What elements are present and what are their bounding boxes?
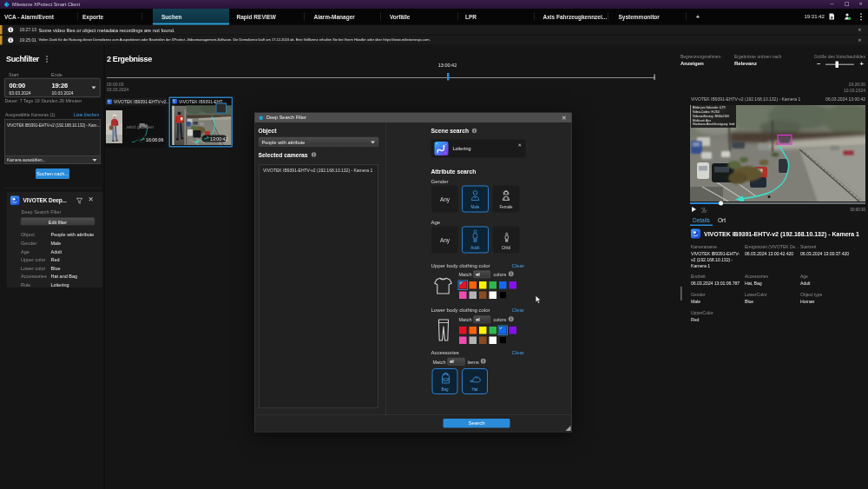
adult-icon	[472, 230, 478, 243]
video-preview[interactable]: Bilder pro Sekunde: 0,79 Video-Codec: H.…	[690, 105, 865, 202]
lower-match-dropdown[interactable]: all	[474, 316, 491, 324]
panel-close-icon[interactable]: ✕	[89, 195, 94, 203]
color-swatch-white[interactable]	[490, 337, 497, 345]
details-scrollbar[interactable]	[681, 287, 682, 301]
object-label: Object	[259, 128, 277, 135]
result-card-selected[interactable]: VIVOTEK IB9391-EHT...	[169, 97, 233, 148]
video-progress-knob[interactable]	[719, 202, 723, 206]
result-card[interactable]: VIVOTEK IB9391-EHTV-v2... ..wird geladen	[105, 98, 166, 148]
minimize-button[interactable]: —	[826, 1, 838, 7]
color-swatch-red-selected[interactable]	[459, 281, 467, 289]
color-swatch-orange[interactable]	[470, 281, 477, 289]
gender-female-card[interactable]: Female	[493, 186, 520, 213]
filter-funnel-icon[interactable]	[76, 198, 82, 204]
search-for-button[interactable]: Suchen nach...	[36, 169, 69, 179]
color-swatch-pink[interactable]	[459, 337, 467, 345]
timeline-bar[interactable]	[107, 77, 655, 78]
color-swatch-brown[interactable]	[479, 292, 487, 300]
camera-list-item[interactable]: VIVOTEK IB9391-EHTV-v2 (192.168.10.132) …	[7, 123, 100, 129]
tab-exporte[interactable]: Exporte	[82, 9, 103, 25]
edit-filter-button[interactable]: Edit filter	[21, 218, 95, 226]
gender-any-card[interactable]: Any	[431, 186, 458, 213]
color-swatch-orange[interactable]	[470, 327, 477, 334]
tab-details[interactable]: Details	[693, 217, 710, 224]
color-swatch-black[interactable]	[499, 337, 507, 345]
play-button-icon[interactable]	[692, 207, 696, 212]
accessory-hat-card[interactable]: Hat	[462, 368, 488, 394]
accessories-match-dropdown[interactable]: all	[448, 358, 465, 366]
dialog-camera-item[interactable]: VIVOTEK IB9391-EHTV-v2 (192.168.10.132) …	[263, 169, 372, 174]
search-button[interactable]: Search	[444, 419, 510, 428]
divider	[4, 188, 102, 188]
clear-list-link[interactable]: Liste löschen	[74, 112, 99, 117]
tab-axis-fahrzeugkennzeichen[interactable]: Axis Fahrzeugkennzei...	[543, 9, 608, 25]
camera-icon	[691, 229, 700, 239]
video-overlay-stats: Bilder pro Sekunde: 0,79 Video-Codec: H.…	[691, 105, 736, 128]
tab-suchen[interactable]: Suchen	[153, 9, 229, 25]
slider-handle[interactable]	[836, 62, 839, 69]
color-swatch-white[interactable]	[490, 292, 497, 300]
upper-match-dropdown[interactable]: all	[474, 271, 491, 279]
color-swatch-red[interactable]	[459, 327, 467, 334]
sidebar-menu-kebab-icon[interactable]	[46, 56, 48, 63]
object-dropdown[interactable]: People with attribute	[259, 137, 378, 147]
color-swatch-pink[interactable]	[459, 292, 467, 300]
color-swatch-yellow[interactable]	[479, 327, 487, 334]
menu-kebab-icon[interactable]	[860, 13, 863, 22]
dialog-close-icon[interactable]: ✕	[562, 115, 566, 122]
maximize-button[interactable]	[841, 1, 852, 7]
tab-lpr[interactable]: LPR	[465, 9, 477, 25]
accessories-clear-link[interactable]: Clear	[512, 350, 524, 356]
color-swatch-blue[interactable]	[499, 281, 507, 289]
lower-clear-link[interactable]: Clear	[512, 307, 524, 314]
color-swatch-gray[interactable]	[470, 337, 477, 345]
export-status-icon[interactable]	[828, 13, 836, 21]
close-button[interactable]: ✕	[855, 1, 866, 7]
tab-systemmonitor[interactable]: Systemmonitor	[619, 9, 660, 25]
color-swatch-blue-selected[interactable]	[499, 327, 507, 334]
tab-vorfaelle[interactable]: Vorfälle	[390, 9, 410, 25]
tab-separator	[141, 13, 142, 21]
age-adult-card[interactable]: Adult	[462, 227, 489, 254]
scene-search-chip[interactable]: Loitering ✕	[431, 140, 526, 158]
sort-by-value[interactable]: Relevanz	[734, 61, 757, 67]
upper-clear-link[interactable]: Clear	[512, 262, 524, 268]
color-swatch-purple[interactable]	[510, 281, 517, 289]
tab-location[interactable]: Ort	[718, 217, 726, 224]
slider-plus-icon[interactable]: +	[860, 60, 864, 68]
camera-select-dropdown[interactable]: Kamera auswählen...	[4, 156, 101, 165]
independent-playback-icon[interactable]	[700, 207, 707, 213]
accessory-bag-card[interactable]: Bag	[432, 368, 458, 394]
info-icon	[8, 27, 14, 33]
preview-size-slider[interactable]	[825, 64, 854, 66]
gender-male-card[interactable]: Male	[462, 186, 489, 213]
notification-close-icon[interactable]: ✕	[858, 37, 861, 43]
timeline-position-marker[interactable]	[447, 73, 450, 81]
color-swatch-brown[interactable]	[479, 337, 487, 345]
color-swatch-black[interactable]	[499, 292, 507, 300]
scene-chip-remove-icon[interactable]: ✕	[518, 142, 523, 149]
start-time: 00:00	[10, 82, 25, 89]
color-swatch-green[interactable]	[490, 327, 497, 334]
selected-cameras-list[interactable]: VIVOTEK IB9391-EHTV-v2 (192.168.10.132) …	[4, 119, 101, 156]
age-child-card[interactable]: Child	[493, 227, 520, 254]
time-range-picker[interactable]: 00:00 19:26 03.03.2024 10.03.2024	[4, 78, 101, 97]
tab-rapid-review[interactable]: Rapid REVIEW	[237, 9, 277, 25]
color-swatch-purple[interactable]	[510, 327, 517, 334]
age-any-card[interactable]: Any	[431, 227, 458, 254]
bounding-box-value[interactable]: Anzeigen	[681, 61, 704, 67]
tab-vca-alarm-event[interactable]: VCA - Alarm/Event	[4, 9, 54, 25]
slider-minus-icon[interactable]: −	[817, 60, 820, 68]
tab-add-button[interactable]: +	[696, 9, 700, 25]
color-swatch-yellow[interactable]	[479, 281, 487, 289]
dialog-titlebar[interactable]: Deep Search Filter ✕	[255, 113, 572, 122]
tab-alarm-manager[interactable]: Alarm-Manager	[314, 9, 355, 25]
color-swatch-green[interactable]	[490, 281, 497, 289]
hover-action-box[interactable]	[216, 103, 227, 114]
resize-grip-icon[interactable]	[566, 426, 571, 431]
dialog-camera-list[interactable]: VIVOTEK IB9391-EHTV-v2 (192.168.10.132) …	[259, 165, 378, 408]
color-swatch-gray[interactable]	[470, 292, 477, 300]
notification-close-icon[interactable]: ✕	[858, 27, 861, 32]
user-profile-icon[interactable]	[844, 13, 852, 21]
chevron-down-icon	[450, 361, 453, 364]
